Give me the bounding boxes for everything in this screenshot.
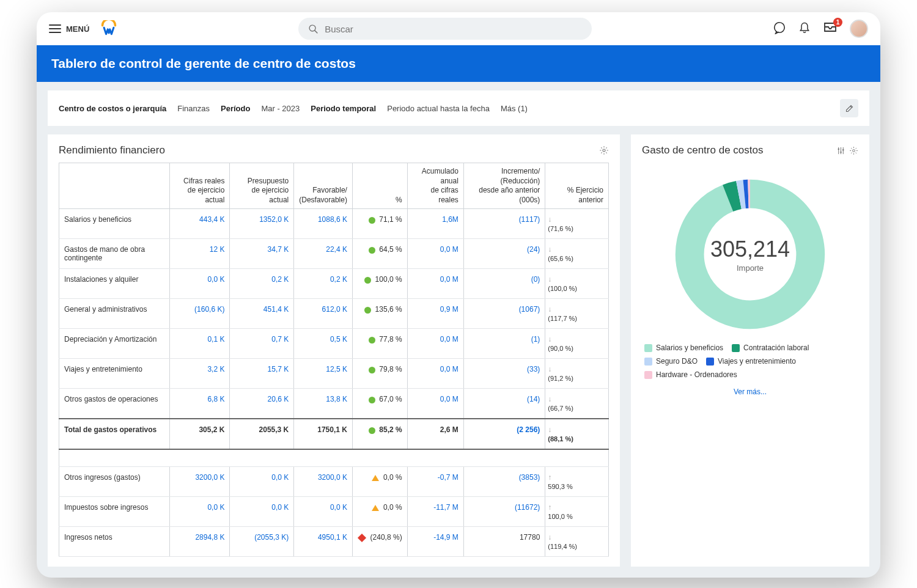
donut-chart: 305,214 Importe Salarios y beneficiosCon… bbox=[642, 163, 858, 402]
cell-ytd[interactable]: 0,0 M bbox=[407, 269, 463, 299]
cell-ytd[interactable]: 0,0 M bbox=[407, 359, 463, 389]
cell-fav[interactable]: 1750,1 K bbox=[294, 419, 353, 449]
legend-label: Salarios y beneficios bbox=[656, 344, 723, 352]
gear-icon[interactable] bbox=[599, 145, 609, 155]
cell-ytd[interactable]: -14,9 M bbox=[407, 526, 463, 556]
cell-fav[interactable]: 22,4 K bbox=[294, 239, 353, 269]
cell-fav[interactable]: 0,5 K bbox=[294, 329, 353, 359]
cell-budget[interactable]: 0,2 K bbox=[230, 269, 294, 299]
cell-actual[interactable]: 0,1 K bbox=[170, 329, 230, 359]
cell-actual[interactable]: 3200,0 K bbox=[170, 466, 230, 496]
row-name[interactable]: Viajes y entretenimiento bbox=[59, 359, 170, 389]
cell-fav[interactable]: 3200,0 K bbox=[294, 466, 353, 496]
cell-fav[interactable]: 4950,1 K bbox=[294, 526, 353, 556]
col-header bbox=[59, 163, 170, 209]
cell-py: ↓(119,4 %) bbox=[545, 526, 609, 556]
chat-button[interactable] bbox=[773, 21, 786, 37]
row-name[interactable]: Otros gastos de operaciones bbox=[59, 389, 170, 419]
cell-ytd[interactable]: -0,7 M bbox=[407, 466, 463, 496]
user-avatar[interactable] bbox=[850, 20, 868, 38]
cell-fav[interactable]: 13,8 K bbox=[294, 389, 353, 419]
cell-fav[interactable]: 12,5 K bbox=[294, 359, 353, 389]
cell-inc[interactable]: 17780 bbox=[463, 526, 545, 556]
cell-ytd[interactable]: 0,0 M bbox=[407, 329, 463, 359]
legend-item[interactable]: Seguro D&O bbox=[644, 357, 698, 366]
cell-pct: 67,0 % bbox=[352, 389, 407, 419]
cell-fav[interactable]: 0,0 K bbox=[294, 496, 353, 526]
notifications-button[interactable] bbox=[798, 21, 811, 37]
legend-item[interactable]: Salarios y beneficios bbox=[644, 344, 723, 352]
gear-icon[interactable] bbox=[849, 146, 858, 155]
cell-inc[interactable]: (24) bbox=[463, 239, 545, 269]
cell-budget[interactable]: 0,0 K bbox=[230, 496, 294, 526]
cell-ytd[interactable]: 0,0 M bbox=[407, 389, 463, 419]
cell-budget[interactable]: (2055,3 K) bbox=[230, 526, 294, 556]
param-more[interactable]: Más (1) bbox=[501, 104, 528, 113]
cell-inc[interactable]: (1117) bbox=[463, 209, 545, 239]
cell-actual[interactable]: 6,8 K bbox=[170, 389, 230, 419]
sliders-icon[interactable] bbox=[836, 146, 845, 155]
cell-inc[interactable]: (1067) bbox=[463, 299, 545, 329]
cell-pct: 0,0 % bbox=[352, 496, 407, 526]
cell-inc[interactable]: (11672) bbox=[463, 496, 545, 526]
row-name[interactable]: General y administrativos bbox=[59, 299, 170, 329]
row-name[interactable]: Impuestos sobre ingresos bbox=[59, 496, 170, 526]
cell-fav[interactable]: 612,0 K bbox=[294, 299, 353, 329]
cell-ytd[interactable]: 2,6 M bbox=[407, 419, 463, 449]
menu-button[interactable]: MENÚ bbox=[49, 24, 89, 34]
row-name[interactable]: Total de gastos operativos bbox=[59, 419, 170, 449]
cell-budget[interactable]: 2055,3 K bbox=[230, 419, 294, 449]
param-timeframe-value[interactable]: Periodo actual hasta la fecha bbox=[387, 104, 490, 113]
cell-inc[interactable]: (33) bbox=[463, 359, 545, 389]
table-row: Depreciación y Amortización 0,1 K 0,7 K … bbox=[59, 329, 609, 359]
cell-inc[interactable]: (2 256) bbox=[463, 419, 545, 449]
cell-budget[interactable]: 20,6 K bbox=[230, 389, 294, 419]
cell-actual[interactable]: 2894,8 K bbox=[170, 526, 230, 556]
cell-actual[interactable]: (160,6 K) bbox=[170, 299, 230, 329]
cell-inc[interactable]: (14) bbox=[463, 389, 545, 419]
inbox-button[interactable]: 1 bbox=[823, 21, 838, 36]
cell-ytd[interactable]: 0,0 M bbox=[407, 239, 463, 269]
row-name[interactable]: Instalaciones y alquiler bbox=[59, 269, 170, 299]
cell-inc[interactable]: (0) bbox=[463, 269, 545, 299]
legend-item[interactable]: Hardware - Ordenadores bbox=[644, 370, 737, 379]
row-name[interactable]: Depreciación y Amortización bbox=[59, 329, 170, 359]
param-period-value[interactable]: Mar - 2023 bbox=[261, 104, 300, 113]
cell-inc[interactable]: (3853) bbox=[463, 466, 545, 496]
table-row: Total de gastos operativos 305,2 K 2055,… bbox=[59, 419, 609, 449]
cell-ytd[interactable]: -11,7 M bbox=[407, 496, 463, 526]
cell-budget[interactable]: 0,7 K bbox=[230, 329, 294, 359]
search-input[interactable] bbox=[325, 24, 582, 34]
cell-budget[interactable]: 0,0 K bbox=[230, 466, 294, 496]
cell-actual[interactable]: 12 K bbox=[170, 239, 230, 269]
cell-inc[interactable]: (1) bbox=[463, 329, 545, 359]
cell-budget[interactable]: 34,7 K bbox=[230, 239, 294, 269]
cell-actual[interactable]: 443,4 K bbox=[170, 209, 230, 239]
row-name[interactable]: Ingresos netos bbox=[59, 526, 170, 556]
cell-actual[interactable]: 0,0 K bbox=[170, 496, 230, 526]
svg-point-2 bbox=[775, 23, 785, 33]
top-bar: MENÚ 1 bbox=[37, 12, 880, 45]
cell-fav[interactable]: 1088,6 K bbox=[294, 209, 353, 239]
col-header: Cifras realesde ejercicio actual bbox=[170, 163, 230, 209]
cell-actual[interactable]: 305,2 K bbox=[170, 419, 230, 449]
cell-budget[interactable]: 15,7 K bbox=[230, 359, 294, 389]
legend-item[interactable]: Contratación laboral bbox=[732, 344, 809, 352]
see-more-link[interactable]: Ver más... bbox=[734, 388, 767, 396]
search-box[interactable] bbox=[298, 18, 592, 40]
cell-ytd[interactable]: 1,6M bbox=[407, 209, 463, 239]
edit-filters-button[interactable] bbox=[840, 99, 858, 117]
cell-actual[interactable]: 3,2 K bbox=[170, 359, 230, 389]
row-name[interactable]: Otros ingresos (gastos) bbox=[59, 466, 170, 496]
cell-budget[interactable]: 451,4 K bbox=[230, 299, 294, 329]
cell-pct: 79,8 % bbox=[352, 359, 407, 389]
row-name[interactable]: Salarios y beneficios bbox=[59, 209, 170, 239]
cell-pct: 100,0 % bbox=[352, 269, 407, 299]
cell-fav[interactable]: 0,2 K bbox=[294, 269, 353, 299]
cell-actual[interactable]: 0,0 K bbox=[170, 269, 230, 299]
row-name[interactable]: Gastos de mano de obra contingente bbox=[59, 239, 170, 269]
cell-budget[interactable]: 1352,0 K bbox=[230, 209, 294, 239]
cell-ytd[interactable]: 0,9 M bbox=[407, 299, 463, 329]
legend-item[interactable]: Viajes y entretenimiento bbox=[706, 357, 796, 366]
param-cc-value[interactable]: Finanzas bbox=[177, 104, 210, 113]
